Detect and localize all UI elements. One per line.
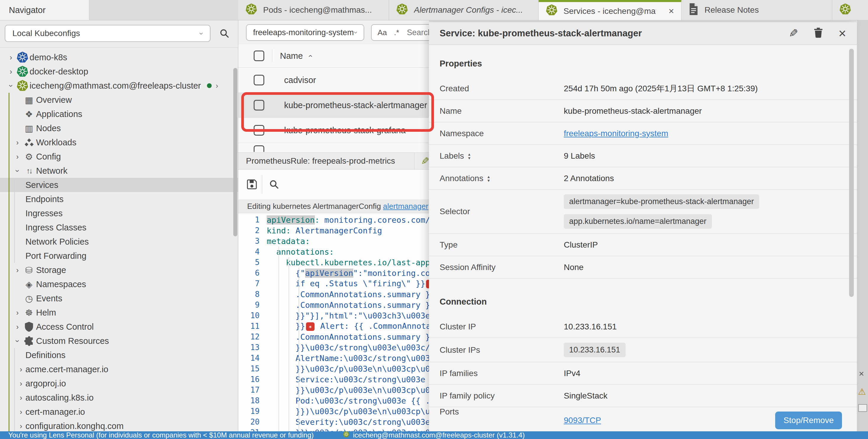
row-checkbox[interactable]	[254, 145, 264, 152]
detail-label[interactable]: Annotations▴▾	[440, 174, 564, 183]
details-scrollbar[interactable]	[849, 49, 854, 297]
sidebar-item-nodes[interactable]: ▥Nodes	[0, 121, 238, 135]
chevron-right-icon[interactable]: ›	[13, 308, 22, 317]
stop-remove-button[interactable]: Stop/Remove	[775, 411, 842, 429]
sidebar-item-config[interactable]: ›⚙Config	[0, 149, 238, 164]
delete-icon[interactable]	[814, 27, 823, 40]
sidebar-item-custom-resources[interactable]: ›Custom Resources	[0, 334, 238, 348]
sidebar-item-port-forwarding[interactable]: Port Forwarding	[0, 249, 238, 263]
chevron-down-icon[interactable]: ›	[13, 337, 22, 345]
select-all-checkbox[interactable]	[254, 50, 264, 61]
editor-context-link[interactable]: alertmanager	[383, 202, 428, 211]
sidebar-item-cert-manager-io[interactable]: ›cert-manager.io	[0, 405, 238, 419]
sidebar-item-overview[interactable]: ▦Overview	[0, 93, 238, 107]
tab-alertmanager-configs-icec[interactable]: Alertmanager Configs - icec...	[389, 0, 539, 20]
search-icon[interactable]	[269, 179, 279, 191]
chevron-right-icon[interactable]: ›	[13, 266, 22, 274]
namespace-select[interactable]: freeleaps-monitoring-system ›	[246, 24, 364, 41]
sidebar-item-workloads[interactable]: ›Workloads	[0, 135, 238, 149]
sidebar-item-storage[interactable]: ›⛁Storage	[0, 263, 238, 277]
chevron-right-icon[interactable]: ›	[13, 323, 22, 331]
chevron-right-icon[interactable]: ›	[17, 365, 25, 374]
code-line: 18 Pod:\u003c/strong\u003e {{ .Co	[238, 395, 429, 406]
chevron-down-icon[interactable]: ›	[13, 167, 22, 175]
row-checkbox[interactable]	[254, 75, 264, 86]
chevron-right-icon[interactable]: ›	[6, 67, 16, 76]
sidebar-item-label: Config	[36, 152, 61, 162]
sidebar-item-demo-k8s[interactable]: ›demo-k8s	[0, 50, 238, 64]
sidebar-item-acme-cert-manager-io[interactable]: ›acme.cert-manager.io	[0, 362, 238, 376]
edit-icon[interactable]: ✎	[421, 155, 430, 167]
indent-guide	[288, 257, 289, 431]
close-icon[interactable]: ×	[669, 6, 674, 16]
sidebar-item-autoscaling-k8s-io[interactable]: ›autoscaling.k8s.io	[0, 391, 238, 405]
annotation-box	[241, 92, 434, 132]
sidebar-item-access-control[interactable]: ›Access Control	[0, 319, 238, 334]
sort-icon[interactable]: ▴▾	[468, 152, 471, 160]
sidebar-item-network-policies[interactable]: Network Policies	[0, 235, 238, 249]
sidebar-item-definitions[interactable]: Definitions	[0, 348, 238, 362]
sidebar-item-icecheng-mathmast-com-freeleaps-cluster[interactable]: ›icecheng@mathmast.com@freeleaps-cluster…	[0, 78, 238, 93]
active-cluster-status[interactable]: icecheng@mathmast.com@freeleaps-cluster …	[343, 431, 525, 439]
regex-toggle[interactable]: .*	[394, 28, 399, 37]
detail-link[interactable]: freeleaps-monitoring-system	[564, 129, 668, 138]
chevron-right-icon[interactable]: ›	[216, 81, 218, 90]
detail-row-session-affinity: Session AffinityNone	[429, 256, 857, 279]
sidebar-item-endpoints[interactable]: Endpoints	[0, 192, 238, 206]
close-icon[interactable]: ×	[838, 27, 846, 40]
line-number: 17	[238, 385, 267, 394]
edit-icon[interactable]: ✎	[789, 27, 798, 40]
kubeconfig-select[interactable]: Local Kubeconfigs ›	[5, 25, 211, 42]
sidebar-scrollbar[interactable]	[233, 68, 238, 236]
divider	[262, 175, 262, 194]
chevron-right-icon[interactable]: ›	[13, 138, 22, 147]
tab-services-icecheng-math[interactable]: Services - icecheng@math...×	[539, 0, 681, 20]
save-icon[interactable]	[247, 179, 257, 191]
tab-partial[interactable]	[832, 0, 868, 20]
sidebar-item-label: Helm	[36, 308, 56, 317]
match-case-toggle[interactable]: Aa	[377, 28, 387, 37]
sidebar-item-ingress-classes[interactable]: Ingress Classes	[0, 221, 238, 235]
sidebar-item-events[interactable]: ◷Events	[0, 291, 238, 305]
line-number: 6	[238, 269, 267, 277]
detail-value: ClusterIP	[564, 240, 598, 250]
tab-release-notes[interactable]: Release Notes	[681, 0, 832, 20]
chevron-right-icon[interactable]: ›	[17, 408, 25, 416]
sidebar-item-applications[interactable]: ❖Applications	[0, 107, 238, 121]
status-bar: You're using Lens Personal (for individu…	[0, 431, 868, 439]
search-icon[interactable]	[219, 28, 229, 40]
tab-pods-icecheng-mathmas[interactable]: Pods - icecheng@mathmas...	[238, 0, 389, 20]
chevron-right-icon[interactable]: ›	[6, 53, 16, 62]
sidebar-item-label: demo-k8s	[30, 53, 67, 62]
editor-context-text: Editing kubernetes AlertmanagerConfig	[247, 202, 383, 211]
code-text: }}\u003c/p\u003e\n\u003cp\u003	[267, 385, 429, 395]
sidebar-item-services[interactable]: Services	[0, 178, 238, 192]
code-text: AlertName:\u003c/strong\u003e	[267, 353, 429, 363]
sidebar-item-label: Endpoints	[25, 194, 64, 204]
chevron-right-icon[interactable]: ›	[17, 394, 25, 402]
column-header-name[interactable]: Name	[280, 51, 303, 61]
sidebar-item-network[interactable]: ›↑↓Network	[0, 164, 238, 178]
sidebar-item-argoproj-io[interactable]: ›argoproj.io	[0, 376, 238, 391]
chevron-right-icon[interactable]: ›	[17, 379, 25, 388]
line-number: 21	[238, 428, 267, 431]
table-row-partial[interactable]	[238, 143, 429, 152]
detail-label[interactable]: Labels▴▾	[440, 151, 564, 161]
sidebar-item-helm[interactable]: ›☸Helm	[0, 305, 238, 319]
sort-icon[interactable]: ▴▾	[488, 175, 490, 182]
port-link[interactable]: 9093/TCP	[564, 416, 601, 425]
sidebar-item-label: Storage	[36, 265, 66, 275]
sort-asc-icon[interactable]: ›	[306, 55, 314, 57]
line-number: 11	[238, 322, 267, 331]
table-row-cadvisor[interactable]: cadvisor	[238, 68, 429, 93]
chevron-right-icon[interactable]: ›	[17, 422, 25, 431]
chevron-down-icon[interactable]: ›	[6, 81, 16, 90]
sidebar-item-namespaces[interactable]: ◈Namespaces	[0, 277, 238, 291]
navigator-panel-tab[interactable]: Navigator	[0, 0, 89, 20]
sidebar-item-docker-desktop[interactable]: ›docker-desktop	[0, 64, 238, 78]
chevron-right-icon[interactable]: ›	[13, 153, 22, 161]
yaml-editor[interactable]: 1apiVersion: monitoring.coreos.com/v12ki…	[238, 213, 429, 431]
sidebar-item-ingresses[interactable]: Ingresses	[0, 206, 238, 221]
details-panel-title: Service: kube-prometheus-stack-alertmana…	[440, 28, 642, 39]
sidebar-item-configuration-konghq-com[interactable]: ›configuration.konghq.com	[0, 419, 238, 431]
